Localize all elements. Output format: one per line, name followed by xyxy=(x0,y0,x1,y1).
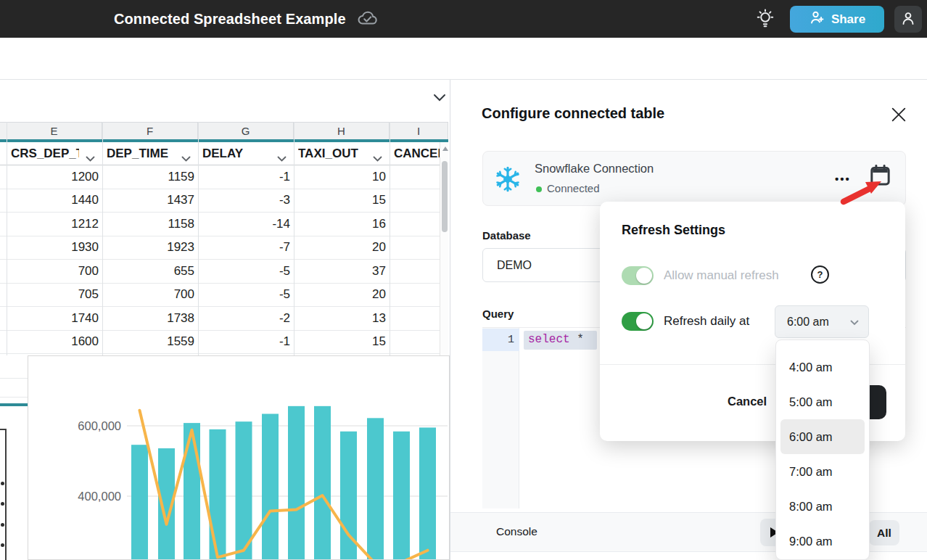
column-letter-H[interactable]: H xyxy=(294,123,390,139)
table-cell[interactable]: -14 xyxy=(198,213,294,236)
connection-more-button[interactable]: ••• xyxy=(830,168,856,189)
column-header-DEP_TIME[interactable]: DEP_TIME xyxy=(102,142,198,165)
table-cell[interactable]: 1600 xyxy=(7,331,102,354)
column-stub xyxy=(0,142,7,165)
table-cell[interactable]: 1200 xyxy=(7,165,102,189)
legend-dot xyxy=(1,523,4,527)
table-cell[interactable]: 1559 xyxy=(102,331,198,354)
table-row: 12001159-110 xyxy=(0,165,448,189)
column-menu-chevron-icon[interactable] xyxy=(86,152,95,165)
console-label: Console xyxy=(496,525,537,538)
table-cell[interactable]: -3 xyxy=(198,189,294,213)
grid-line xyxy=(0,397,28,398)
cell-stub xyxy=(0,260,7,283)
column-letter-I[interactable]: I xyxy=(390,123,448,139)
refresh-time-select[interactable]: 6:00 am xyxy=(775,305,869,338)
partial-chart-object[interactable] xyxy=(0,429,7,560)
daily-refresh-toggle[interactable] xyxy=(622,312,654,331)
table-cell[interactable]: 10 xyxy=(294,165,390,189)
table-cell[interactable]: 1437 xyxy=(102,189,198,213)
column-letter-row: EFGHI xyxy=(0,122,448,139)
cell-stub xyxy=(0,307,7,330)
table-cell[interactable]: 1158 xyxy=(102,213,198,236)
close-panel-button[interactable] xyxy=(891,107,907,123)
time-option-700am[interactable]: 7:00 am xyxy=(776,454,869,489)
person-icon xyxy=(900,10,916,28)
table-cell[interactable]: 1440 xyxy=(7,189,102,213)
table-cell[interactable]: 700 xyxy=(7,260,102,283)
table-cell[interactable]: 15 xyxy=(294,331,390,354)
table-cell[interactable]: -1 xyxy=(198,331,294,354)
scrollbar-thumb[interactable] xyxy=(442,161,448,232)
column-header-TAXI_OUT[interactable]: TAXI_OUT xyxy=(294,142,390,165)
column-header-label: CRS_DEP_T xyxy=(11,147,79,161)
table-cell[interactable]: 1930 xyxy=(7,236,102,260)
help-icon[interactable]: ? xyxy=(811,265,829,284)
collapse-panel-chevron[interactable] xyxy=(432,91,448,105)
table-cell[interactable]: 20 xyxy=(294,236,390,260)
time-option-900am[interactable]: 9:00 am xyxy=(776,524,869,559)
share-button[interactable]: Share xyxy=(790,6,884,33)
table-cell[interactable]: 15 xyxy=(294,189,390,213)
time-option-600am[interactable]: 6:00 am xyxy=(780,419,865,454)
table-cell[interactable]: 1159 xyxy=(102,165,198,189)
table-cell[interactable]: -2 xyxy=(198,307,294,330)
table-cell[interactable]: 16 xyxy=(294,213,390,236)
column-header-label: CANCEL xyxy=(394,147,445,161)
manual-refresh-toggle[interactable] xyxy=(622,266,654,285)
column-menu-chevron-icon[interactable] xyxy=(277,152,287,165)
legend-dot xyxy=(1,482,4,485)
time-option-800am[interactable]: 8:00 am xyxy=(776,489,869,524)
calendar-icon xyxy=(870,164,891,189)
add-people-icon xyxy=(809,9,825,29)
grid-line xyxy=(294,122,294,355)
grid-line xyxy=(0,378,28,379)
refresh-schedule-button[interactable] xyxy=(868,164,891,189)
table-cell[interactable]: 1738 xyxy=(102,307,198,330)
column-menu-chevron-icon[interactable] xyxy=(373,152,382,165)
column-letter-F[interactable]: F xyxy=(102,123,198,139)
column-header-CRS_DEP_T[interactable]: CRS_DEP_T xyxy=(7,142,102,165)
table-cell[interactable]: 1212 xyxy=(7,213,102,236)
column-header-DELAY[interactable]: DELAY xyxy=(198,142,294,165)
embedded-chart[interactable]: 600,000400,000 xyxy=(28,355,450,560)
account-avatar-button[interactable] xyxy=(894,6,922,33)
console-filter-all-button[interactable]: All xyxy=(869,520,899,545)
connection-status: Connected xyxy=(547,182,600,194)
panel-title: Configure connected table xyxy=(482,105,664,122)
table-cell[interactable]: -1 xyxy=(198,165,294,189)
table-row: 16001559-115 xyxy=(0,331,448,355)
svg-text:400,000: 400,000 xyxy=(78,490,121,503)
time-option-400am[interactable]: 4:00 am xyxy=(776,350,869,384)
table-cell[interactable]: 20 xyxy=(294,284,390,307)
svg-text:600,000: 600,000 xyxy=(78,419,121,432)
formatting-toolbar: $ % , .0← .00→ Automatic xyxy=(0,38,927,80)
table-row: 17401738-213 xyxy=(0,307,448,331)
vertical-scrollbar[interactable] xyxy=(440,142,448,355)
table-cell[interactable]: 37 xyxy=(294,260,390,283)
table-cell[interactable]: 1740 xyxy=(7,307,102,330)
column-menu-chevron-icon[interactable] xyxy=(181,152,191,165)
close-icon xyxy=(891,107,906,124)
ai-assistant-button[interactable] xyxy=(753,7,778,30)
database-label: Database xyxy=(482,229,531,242)
chevron-down-icon xyxy=(850,316,859,329)
time-option-500am[interactable]: 5:00 am xyxy=(776,384,869,419)
grid-line xyxy=(7,122,7,355)
code-line: select * xyxy=(528,333,584,346)
column-letter-E[interactable]: E xyxy=(7,123,102,139)
column-letter-G[interactable]: G xyxy=(198,123,294,139)
table-cell[interactable]: -5 xyxy=(198,284,294,307)
table-row: 19301923-720 xyxy=(0,236,448,260)
table-cell[interactable]: 705 xyxy=(7,284,102,307)
grid-line xyxy=(390,122,390,355)
table-cell[interactable]: 700 xyxy=(102,284,198,307)
cell-stub xyxy=(0,213,7,236)
table-cell[interactable]: -7 xyxy=(198,236,294,260)
table-cell[interactable]: 13 xyxy=(294,307,390,330)
sql-keyword: select xyxy=(528,333,570,346)
table-cell[interactable]: -5 xyxy=(198,260,294,283)
table-cell[interactable]: 655 xyxy=(102,260,198,283)
cancel-button[interactable]: Cancel xyxy=(728,395,767,408)
table-cell[interactable]: 1923 xyxy=(102,236,198,260)
